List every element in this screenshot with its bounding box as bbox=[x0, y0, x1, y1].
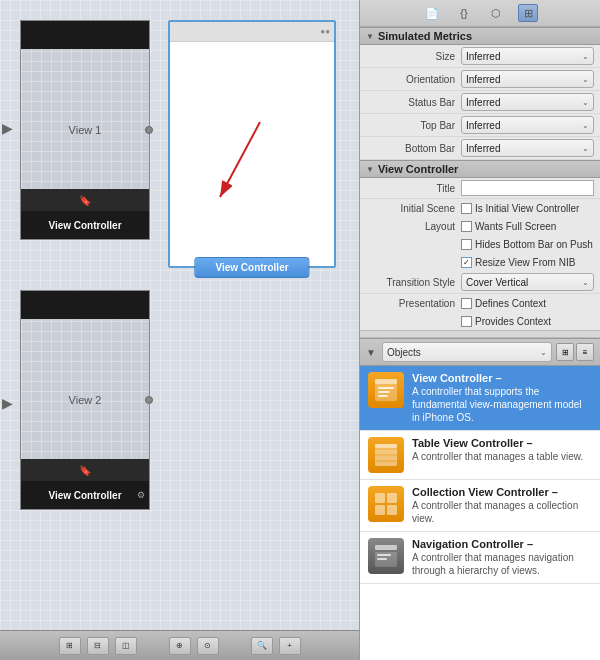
toolbar-btn-4[interactable]: ⊕ bbox=[169, 637, 191, 655]
size-select[interactable]: Inferred ⌄ bbox=[461, 47, 594, 65]
hides-bottom-bar-row: Hides Bottom Bar on Push bbox=[360, 235, 600, 253]
separator bbox=[360, 330, 600, 338]
bottom-bar-value: Inferred bbox=[466, 143, 500, 154]
grid-view-btn[interactable]: ⊞ bbox=[556, 343, 574, 361]
view2-label: View 2 bbox=[69, 394, 102, 406]
provides-context-checkbox[interactable] bbox=[461, 316, 472, 327]
objects-dropdown[interactable]: Objects ⌄ bbox=[382, 342, 552, 362]
toolbar-btn-1[interactable]: ⊞ bbox=[59, 637, 81, 655]
svg-line-1 bbox=[220, 122, 260, 197]
title-row: Title bbox=[360, 178, 600, 199]
transition-style-row: Transition Style Cover Vertical ⌄ bbox=[360, 271, 600, 294]
status-bar-arrow: ⌄ bbox=[582, 98, 589, 107]
cvc-title: Collection View Controller – bbox=[412, 486, 592, 498]
list-view-btn[interactable]: ≡ bbox=[576, 343, 594, 361]
objects-dropdown-arrow: ⌄ bbox=[540, 348, 547, 357]
left-arrow-1: ▶ bbox=[2, 120, 13, 136]
view1-label: View 1 bbox=[69, 124, 102, 136]
tvc-icon bbox=[368, 437, 404, 473]
status-bar-value: Inferred bbox=[466, 97, 500, 108]
provides-context-text: Provides Context bbox=[475, 316, 551, 327]
view2-bottom-bar: View Controller ⚙ bbox=[21, 481, 149, 509]
top-bar-arrow: ⌄ bbox=[582, 121, 589, 130]
svg-rect-6 bbox=[378, 395, 388, 397]
view2-top-bar bbox=[21, 291, 149, 319]
toolbar-btn-5[interactable]: ⊙ bbox=[197, 637, 219, 655]
tab-code[interactable]: {} bbox=[454, 4, 474, 22]
bottom-bar-arrow: ⌄ bbox=[582, 144, 589, 153]
toolbar-btn-7[interactable]: + bbox=[279, 637, 301, 655]
initial-scene-row: Initial Scene Is Initial View Controller bbox=[360, 199, 600, 217]
transition-style-label: Transition Style bbox=[366, 277, 461, 288]
vc-triangle-icon: ▼ bbox=[366, 165, 374, 174]
vc-desc: A controller that supports the fundament… bbox=[412, 385, 592, 424]
transition-style-arrow: ⌄ bbox=[582, 278, 589, 287]
objects-section-header: ▼ Objects ⌄ ⊞ ≡ bbox=[360, 338, 600, 366]
svg-rect-10 bbox=[375, 456, 397, 460]
view2-right-handle[interactable] bbox=[145, 396, 153, 404]
bottom-bar-label: Bottom Bar bbox=[366, 143, 461, 154]
vc-title: View Controller – bbox=[412, 372, 592, 384]
provides-context-label[interactable]: Provides Context bbox=[461, 316, 551, 327]
size-value: Inferred bbox=[466, 51, 500, 62]
list-item[interactable]: Table View Controller – A controller tha… bbox=[360, 431, 600, 480]
svg-rect-9 bbox=[375, 450, 397, 454]
list-item[interactable]: Collection View Controller – A controlle… bbox=[360, 480, 600, 532]
toolbar-btn-6[interactable]: 🔍 bbox=[251, 637, 273, 655]
svg-rect-4 bbox=[378, 387, 394, 389]
toolbar-btn-2[interactable]: ⊟ bbox=[87, 637, 109, 655]
phone-view-controller-button[interactable]: View Controller bbox=[194, 257, 309, 278]
top-bar-row: Top Bar Inferred ⌄ bbox=[360, 114, 600, 137]
list-item[interactable]: Navigation Controller – A controller tha… bbox=[360, 532, 600, 584]
phone-top-bar: ●● bbox=[170, 22, 334, 42]
view1-block: View 1 🔖 View Controller bbox=[20, 20, 150, 240]
view-controller-header: ▼ View Controller bbox=[360, 160, 600, 178]
list-item[interactable]: View Controller – A controller that supp… bbox=[360, 366, 600, 431]
orientation-value: Inferred bbox=[466, 74, 500, 85]
defines-context-checkbox[interactable] bbox=[461, 298, 472, 309]
tvc-text: Table View Controller – A controller tha… bbox=[412, 437, 592, 463]
initial-scene-checkbox-label[interactable]: Is Initial View Controller bbox=[461, 203, 579, 214]
defines-context-text: Defines Context bbox=[475, 298, 546, 309]
title-input[interactable] bbox=[461, 180, 594, 196]
hides-bottom-bar-checkbox[interactable] bbox=[461, 239, 472, 250]
title-label: Title bbox=[366, 183, 461, 194]
hides-bottom-bar-label[interactable]: Hides Bottom Bar on Push bbox=[461, 239, 593, 250]
initial-scene-text: Is Initial View Controller bbox=[475, 203, 579, 214]
tab-cube[interactable]: ⬡ bbox=[486, 4, 506, 22]
bottom-bar-row: Bottom Bar Inferred ⌄ bbox=[360, 137, 600, 160]
svg-rect-5 bbox=[378, 391, 390, 393]
objects-filter-icon: ▼ bbox=[366, 347, 376, 358]
right-panel: 📄 {} ⬡ ⊞ ▼ Simulated Metrics Size Inferr… bbox=[360, 0, 600, 660]
top-bar-select[interactable]: Inferred ⌄ bbox=[461, 116, 594, 134]
orientation-select[interactable]: Inferred ⌄ bbox=[461, 70, 594, 88]
nav-title: Navigation Controller – bbox=[412, 538, 592, 550]
view2-bookmarks-bar: 🔖 bbox=[21, 459, 149, 481]
svg-rect-16 bbox=[375, 545, 397, 550]
resize-view-label[interactable]: ✓ Resize View From NIB bbox=[461, 257, 575, 268]
initial-scene-checkbox[interactable] bbox=[461, 203, 472, 214]
status-bar-select[interactable]: Inferred ⌄ bbox=[461, 93, 594, 111]
size-arrow: ⌄ bbox=[582, 52, 589, 61]
transition-style-select[interactable]: Cover Vertical ⌄ bbox=[461, 273, 594, 291]
orientation-label: Orientation bbox=[366, 74, 461, 85]
svg-rect-14 bbox=[375, 505, 385, 515]
bottom-bar-select[interactable]: Inferred ⌄ bbox=[461, 139, 594, 157]
view1-right-handle[interactable] bbox=[145, 126, 153, 134]
phone-top-dots: ●● bbox=[320, 27, 330, 36]
nav-text: Navigation Controller – A controller tha… bbox=[412, 538, 592, 577]
tab-grid[interactable]: ⊞ bbox=[518, 4, 538, 22]
vc-icon bbox=[368, 372, 404, 408]
icon-tabs-row: 📄 {} ⬡ ⊞ bbox=[360, 0, 600, 27]
wants-full-screen-label[interactable]: Wants Full Screen bbox=[461, 221, 556, 232]
view1-bottom-bar: View Controller bbox=[21, 211, 149, 239]
defines-context-label[interactable]: Defines Context bbox=[461, 298, 546, 309]
toolbar-btn-3[interactable]: ◫ bbox=[115, 637, 137, 655]
svg-rect-13 bbox=[387, 493, 397, 503]
svg-rect-18 bbox=[377, 554, 391, 556]
nav-icon bbox=[368, 538, 404, 574]
tab-file[interactable]: 📄 bbox=[422, 4, 442, 22]
resize-view-row: ✓ Resize View From NIB bbox=[360, 253, 600, 271]
wants-full-screen-checkbox[interactable] bbox=[461, 221, 472, 232]
resize-view-checkbox[interactable]: ✓ bbox=[461, 257, 472, 268]
